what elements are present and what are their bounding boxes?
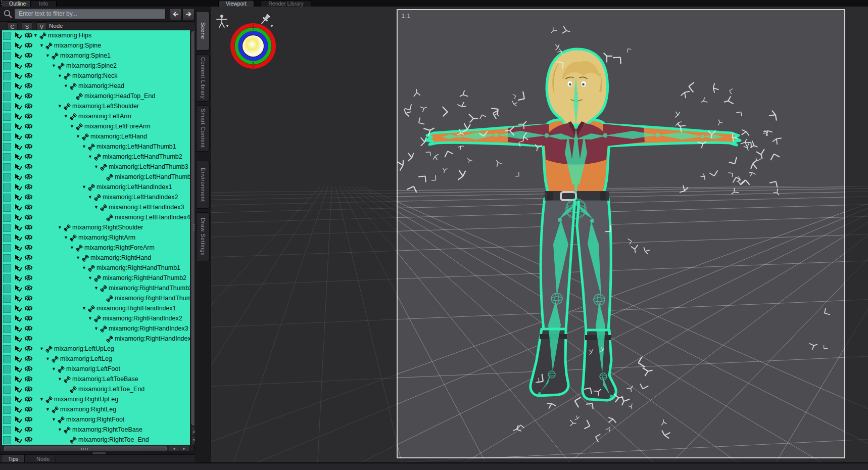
column-c-checkbox[interactable]: [3, 153, 11, 161]
visibility-toggle[interactable]: [24, 355, 33, 363]
column-c-checkbox[interactable]: [3, 82, 11, 90]
visibility-toggle[interactable]: [24, 386, 33, 394]
outliner-row[interactable]: mixamorig:LeftHandThumb4: [2, 172, 190, 182]
selectable-toggle[interactable]: [14, 173, 22, 182]
selectable-toggle[interactable]: [14, 264, 22, 273]
outliner-row[interactable]: ▼mixamorig:Spine1: [2, 51, 190, 61]
visibility-toggle[interactable]: [24, 274, 33, 283]
outliner-row[interactable]: ▼mixamorig:LeftLeg: [2, 354, 190, 364]
visibility-toggle[interactable]: [24, 133, 33, 141]
column-c-checkbox[interactable]: [3, 386, 11, 394]
filter-next-button[interactable]: [182, 8, 195, 20]
column-c-checkbox[interactable]: [3, 173, 11, 181]
expand-arrow[interactable]: ▼: [94, 164, 99, 169]
outliner-row[interactable]: mixamorig:RightToe_End: [2, 435, 190, 445]
visibility-toggle[interactable]: [24, 234, 33, 242]
visibility-toggle[interactable]: [24, 183, 33, 192]
tab-outline[interactable]: Outline: [2, 0, 33, 7]
outliner-row[interactable]: ▼mixamorig:LeftHandIndex3: [2, 202, 190, 212]
bottom-tab-tips[interactable]: Tips: [2, 455, 25, 463]
outliner-row[interactable]: ▼mixamorig:RightToeBase: [2, 425, 190, 435]
column-c-checkbox[interactable]: [3, 123, 11, 131]
expand-arrow[interactable]: ▼: [76, 255, 80, 260]
expand-arrow[interactable]: ▼: [82, 144, 86, 149]
selectable-toggle[interactable]: [14, 103, 22, 112]
outliner-row[interactable]: ▼mixamorig:RightHandThumb2: [2, 273, 190, 283]
visibility-toggle[interactable]: [24, 315, 33, 323]
orientation-trackball[interactable]: [230, 23, 276, 69]
selectable-toggle[interactable]: [14, 335, 22, 344]
selectable-toggle[interactable]: [14, 62, 22, 71]
expand-arrow[interactable]: ▼: [88, 195, 92, 200]
visibility-toggle[interactable]: [24, 92, 33, 101]
column-c-checkbox[interactable]: [3, 163, 11, 171]
expand-arrow[interactable]: ▼: [82, 306, 86, 311]
selectable-toggle[interactable]: [14, 345, 22, 354]
expand-arrow[interactable]: ▼: [94, 326, 99, 331]
selectable-toggle[interactable]: [14, 254, 22, 263]
column-c-checkbox[interactable]: [3, 396, 11, 404]
selectable-toggle[interactable]: [14, 82, 22, 91]
selectable-toggle[interactable]: [14, 325, 22, 334]
visibility-toggle[interactable]: [24, 224, 33, 232]
outliner-row[interactable]: ▼mixamorig:RightHandThumb3: [2, 283, 190, 293]
expand-arrow[interactable]: ▼: [58, 427, 62, 432]
visibility-toggle[interactable]: [24, 375, 33, 384]
column-c-checkbox[interactable]: [3, 204, 11, 212]
outliner-row[interactable]: ▼mixamorig:LeftHandThumb1: [2, 142, 190, 152]
outliner-row[interactable]: ▼mixamorig:RightFoot: [2, 414, 190, 425]
visibility-toggle[interactable]: [24, 62, 33, 70]
column-c-checkbox[interactable]: [3, 264, 11, 272]
visibility-toggle[interactable]: [24, 194, 33, 202]
tab-render-library[interactable]: Render Library: [261, 0, 311, 7]
selectable-toggle[interactable]: [14, 42, 22, 51]
outliner-row[interactable]: ▼mixamorig:RightLeg: [2, 404, 190, 414]
expand-arrow[interactable]: ▼: [58, 377, 62, 382]
selectable-toggle[interactable]: [14, 143, 22, 152]
expand-arrow[interactable]: ▼: [52, 417, 56, 422]
outliner-row[interactable]: mixamorig:HeadTop_End: [2, 91, 190, 101]
column-c-checkbox[interactable]: [3, 315, 11, 323]
visibility-toggle[interactable]: [24, 52, 33, 60]
column-c-checkbox[interactable]: [3, 234, 11, 242]
side-tab-draw-settings[interactable]: Draw Settings: [196, 212, 210, 261]
selectable-toggle[interactable]: [14, 416, 22, 425]
expand-arrow[interactable]: ▼: [94, 205, 99, 210]
selectable-toggle[interactable]: [14, 214, 22, 223]
visibility-toggle[interactable]: [24, 416, 33, 424]
side-tab-content-library[interactable]: Content Library: [196, 54, 210, 102]
column-header-v[interactable]: V: [36, 22, 47, 31]
column-c-checkbox[interactable]: [3, 285, 11, 293]
column-c-checkbox[interactable]: [3, 335, 11, 343]
visibility-toggle[interactable]: [24, 436, 33, 444]
selectable-toggle[interactable]: [14, 92, 22, 102]
outliner-row[interactable]: ▼mixamorig:LeftFoot: [2, 364, 190, 374]
visibility-toggle[interactable]: [24, 42, 33, 50]
visibility-toggle[interactable]: [24, 103, 33, 111]
visibility-toggle[interactable]: [24, 163, 33, 171]
selectable-toggle[interactable]: [14, 355, 22, 364]
expand-arrow[interactable]: ▼: [64, 83, 68, 88]
outliner-row[interactable]: ▼mixamorig:RightHand: [2, 253, 190, 263]
pose-figure-icon[interactable]: [215, 14, 230, 29]
selectable-toggle[interactable]: [14, 426, 22, 435]
visibility-toggle[interactable]: [24, 254, 33, 262]
column-c-checkbox[interactable]: [3, 92, 11, 101]
outliner-row[interactable]: ▼mixamorig:Spine2: [2, 61, 190, 71]
visibility-toggle[interactable]: [24, 143, 33, 151]
panel-splitter[interactable]: [0, 451, 195, 454]
expand-arrow[interactable]: ▼: [45, 407, 50, 412]
expand-arrow[interactable]: ▼: [33, 33, 38, 38]
visibility-toggle[interactable]: [24, 72, 33, 80]
outliner-row[interactable]: ▼mixamorig:LeftArm: [2, 111, 190, 121]
visibility-toggle[interactable]: [24, 153, 33, 161]
visibility-toggle[interactable]: [24, 396, 33, 404]
outliner-row[interactable]: mixamorig:LeftToe_End: [2, 384, 190, 394]
column-c-checkbox[interactable]: [3, 426, 11, 434]
selectable-toggle[interactable]: [14, 153, 22, 162]
visibility-toggle[interactable]: [24, 113, 33, 121]
column-c-checkbox[interactable]: [3, 375, 11, 384]
expand-arrow[interactable]: ▼: [45, 356, 50, 361]
column-c-checkbox[interactable]: [3, 103, 11, 111]
selectable-toggle[interactable]: [14, 396, 22, 405]
